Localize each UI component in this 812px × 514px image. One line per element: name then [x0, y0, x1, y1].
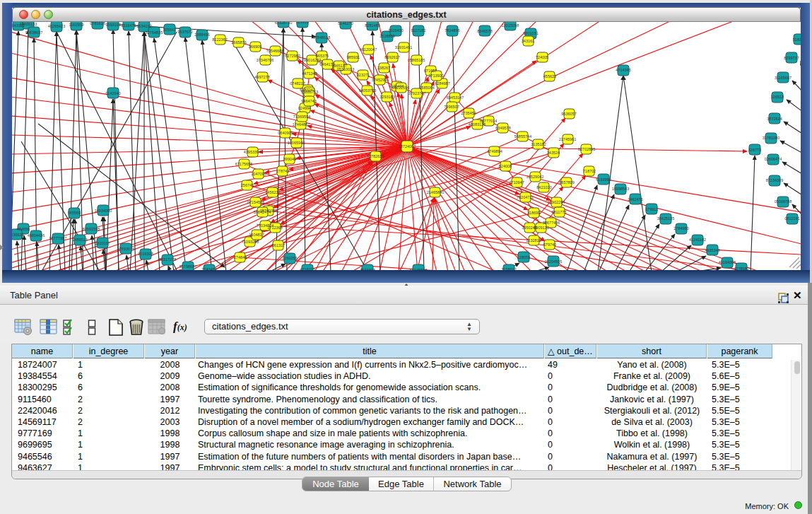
svg-text:7543303: 7543303: [360, 268, 375, 270]
svg-text:75204711: 75204711: [517, 195, 534, 199]
svg-text:87234309: 87234309: [766, 178, 783, 182]
svg-text:83777014: 83777014: [480, 119, 497, 123]
svg-text:58842474: 58842474: [254, 210, 271, 214]
svg-text:56855744: 56855744: [514, 134, 531, 139]
svg-text:0748217: 0748217: [290, 81, 305, 86]
svg-text:62702895: 62702895: [578, 147, 595, 151]
svg-text:43953394: 43953394: [244, 150, 261, 154]
svg-text:305641: 305641: [163, 28, 176, 32]
svg-text:41241182: 41241182: [689, 238, 706, 242]
svg-text:3749894: 3749894: [487, 149, 502, 153]
svg-text:278742: 278742: [276, 169, 289, 173]
svg-text:0142940: 0142940: [105, 91, 120, 95]
svg-text:1665876: 1665876: [231, 40, 246, 45]
svg-text:9636057: 9636057: [561, 112, 576, 116]
svg-text:5534192: 5534192: [136, 24, 151, 28]
svg-text:90838637: 90838637: [25, 30, 42, 35]
svg-text:1604817: 1604817: [249, 233, 264, 237]
svg-text:024994: 024994: [298, 106, 311, 110]
svg-text:67175655: 67175655: [235, 162, 252, 166]
svg-text:19600133: 19600133: [20, 22, 37, 26]
svg-text:32764835: 32764835: [146, 30, 163, 35]
svg-text:484656: 484656: [17, 227, 30, 231]
svg-text:16934060: 16934060: [95, 209, 112, 213]
svg-text:4714345: 4714345: [616, 68, 630, 72]
svg-text:4216073: 4216073: [300, 267, 314, 270]
svg-text:6193990: 6193990: [596, 177, 611, 182]
svg-text:3135182: 3135182: [531, 142, 546, 146]
svg-text:5146270: 5146270: [338, 22, 353, 25]
svg-text:26204505: 26204505: [545, 259, 562, 264]
svg-text:965569: 965569: [68, 211, 81, 215]
svg-text:343524: 343524: [547, 151, 560, 155]
svg-text:37452991: 37452991: [372, 78, 389, 82]
svg-text:3462475: 3462475: [628, 197, 642, 201]
svg-text:46120047: 46120047: [360, 47, 377, 52]
svg-text:138267: 138267: [377, 66, 390, 70]
svg-text:05865185: 05865185: [408, 58, 425, 62]
svg-text:4965137: 4965137: [331, 64, 346, 68]
svg-text:95777387: 95777387: [49, 236, 66, 240]
svg-text:226916: 226916: [296, 22, 309, 24]
svg-text:7996507: 7996507: [444, 105, 459, 109]
svg-text:923271: 923271: [357, 73, 370, 77]
svg-text:1232812: 1232812: [526, 238, 541, 243]
svg-text:2260256: 2260256: [282, 256, 297, 260]
svg-text:318699: 318699: [527, 211, 540, 215]
svg-text:0640909: 0640909: [278, 131, 293, 135]
svg-text:8281489: 8281489: [365, 23, 379, 28]
svg-text:8122362: 8122362: [212, 37, 227, 42]
svg-text:1316475: 1316475: [121, 23, 136, 28]
svg-text:3320037: 3320037: [95, 241, 110, 245]
svg-text:2528809: 2528809: [379, 34, 394, 38]
svg-text:8692617: 8692617: [384, 55, 399, 59]
svg-text:83561595: 83561595: [83, 227, 100, 231]
svg-text:8236629: 8236629: [12, 233, 24, 237]
svg-text:9301031: 9301031: [523, 31, 538, 35]
svg-text:824008: 824008: [499, 164, 512, 168]
svg-text:97848018: 97848018: [313, 35, 330, 40]
svg-text:40265423: 40265423: [48, 24, 65, 28]
svg-text:17693676: 17693676: [117, 247, 134, 251]
svg-text:861317: 861317: [272, 243, 285, 247]
svg-text:38677496: 38677496: [543, 221, 560, 225]
svg-text:65328710: 65328710: [275, 22, 292, 25]
svg-text:3158692: 3158692: [501, 267, 516, 270]
svg-text:73782639: 73782639: [367, 154, 384, 158]
svg-text:2710947: 2710947: [509, 180, 524, 185]
svg-text:7743487: 7743487: [201, 267, 216, 270]
svg-text:69222196: 69222196: [392, 86, 409, 90]
svg-text:718702: 718702: [583, 169, 596, 173]
svg-text:465375: 465375: [316, 54, 329, 58]
svg-text:02606474: 02606474: [765, 157, 782, 161]
svg-text:366909: 366909: [249, 45, 261, 49]
svg-text:71093248: 71093248: [242, 240, 259, 244]
svg-text:37346706: 37346706: [257, 58, 273, 62]
svg-text:2388496: 2388496: [194, 33, 209, 37]
svg-text:19065940: 19065940: [288, 141, 305, 145]
svg-text:31931491: 31931491: [395, 45, 412, 49]
svg-text:7015430: 7015430: [388, 28, 403, 33]
svg-text:46804436: 46804436: [28, 233, 45, 238]
svg-text:8421020: 8421020: [536, 185, 551, 189]
svg-text:3950240: 3950240: [522, 226, 536, 230]
svg-text:40164005: 40164005: [719, 260, 736, 264]
svg-text:6349578: 6349578: [495, 126, 510, 130]
svg-text:671657: 671657: [424, 69, 437, 73]
svg-text:31165667: 31165667: [775, 76, 792, 80]
svg-text:7824896: 7824896: [445, 28, 459, 33]
svg-text:0781618: 0781618: [90, 22, 105, 25]
svg-text:1047095: 1047095: [251, 172, 266, 176]
svg-text:8657809: 8657809: [559, 180, 574, 185]
svg-text:3293183: 3293183: [379, 95, 394, 99]
svg-text:724005: 724005: [536, 55, 548, 59]
svg-text:05009788: 05009788: [775, 199, 792, 204]
svg-text:16998543: 16998543: [612, 187, 629, 191]
svg-text:33529042: 33529042: [526, 175, 543, 179]
svg-text:54145868: 54145868: [410, 268, 427, 270]
svg-text:0812191: 0812191: [784, 216, 799, 221]
svg-text:518347: 518347: [793, 37, 801, 42]
svg-text:679740: 679740: [543, 243, 556, 247]
svg-text:256746: 256746: [241, 183, 254, 187]
svg-text:69453147: 69453147: [447, 95, 464, 100]
